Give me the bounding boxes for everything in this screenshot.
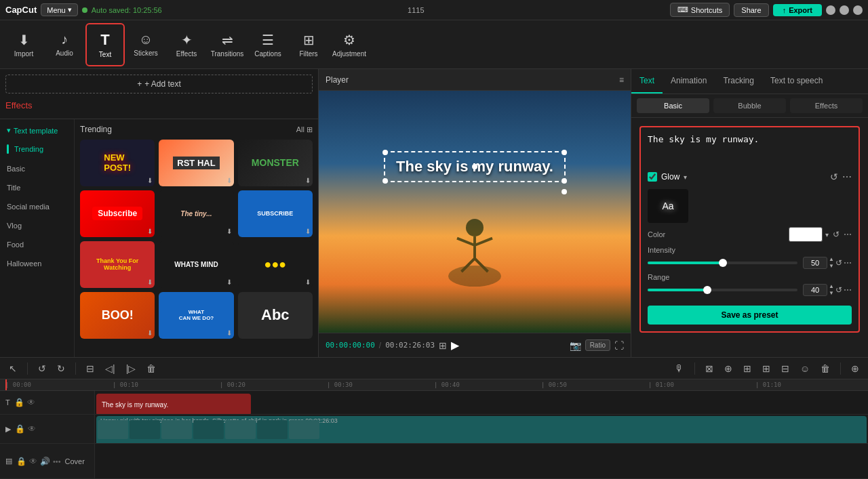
template-card-rst[interactable]: RST HAL ⬇ — [159, 140, 233, 186]
tl-zoom-btn[interactable]: ⊕ — [848, 362, 863, 375]
tl-snap-btn[interactable]: ⊠ — [702, 362, 717, 375]
menu-button[interactable]: Menu ▾ — [41, 3, 78, 16]
range-slider-track[interactable] — [648, 289, 797, 291]
tl-delete-button[interactable]: 🗑 — [143, 362, 159, 375]
tl-link-btn[interactable]: ⊞ — [740, 362, 755, 375]
range-reset[interactable]: ↺ — [835, 285, 842, 295]
tl-audio-btn[interactable]: 🎙 — [671, 362, 688, 375]
save-preset-button[interactable]: Save as preset — [648, 306, 852, 325]
template-card-monster[interactable]: MONSTER ⬇ — [238, 140, 313, 186]
text-track-eye[interactable]: 👁 — [27, 398, 35, 407]
range-value-input[interactable] — [803, 284, 827, 296]
tl-redo-button[interactable]: ↻ — [54, 362, 68, 375]
cover-sound[interactable]: 🔊 — [40, 457, 50, 466]
video-track-clip[interactable]: Happy girl with toy airplane in her hand… — [96, 416, 867, 443]
range-increment[interactable]: ▲ — [829, 283, 834, 290]
intensity-slider-thumb[interactable] — [719, 259, 727, 267]
tool-captions[interactable]: ☰ Captions — [248, 23, 288, 66]
tool-adjustment[interactable]: ⚙ Adjustment — [330, 23, 369, 66]
tab-text[interactable]: Text — [631, 69, 663, 93]
cover-more[interactable]: ••• — [53, 457, 61, 466]
sidebar-item-food[interactable]: Food — [0, 235, 74, 254]
template-card-thankyou[interactable]: Thank You ForWatching ⬇ — [80, 241, 155, 288]
cover-lock[interactable]: 🔒 — [16, 457, 26, 466]
tool-filters[interactable]: ⊞ Filters — [289, 23, 328, 66]
sidebar-item-vlog[interactable]: Vlog — [0, 216, 74, 235]
tl-trim-right[interactable]: |▷ — [123, 362, 140, 375]
tool-text[interactable]: T Text — [85, 23, 125, 66]
glow-checkbox[interactable] — [648, 172, 657, 182]
tl-align-btn[interactable]: ⊞ — [759, 362, 774, 375]
tool-effects[interactable]: ✦ Effects — [167, 23, 206, 66]
text-track-lock[interactable]: 🔒 — [14, 398, 24, 407]
template-card-subscribe2[interactable]: SUBSCRIBE ⬇ — [238, 190, 313, 237]
glow-reset-button[interactable]: ↺ — [830, 171, 838, 182]
frames-button[interactable]: ⊞ — [439, 340, 447, 351]
handle-center[interactable] — [472, 164, 477, 169]
snapshot-button[interactable]: 📷 — [570, 340, 581, 351]
handle-tr[interactable] — [561, 150, 567, 155]
play-button[interactable]: ▶ — [451, 339, 459, 352]
maximize-button[interactable] — [840, 5, 849, 15]
tl-trim-left[interactable]: ◁| — [102, 362, 119, 375]
all-button[interactable]: All ⊞ — [296, 125, 313, 134]
handle-rotate[interactable] — [561, 189, 567, 194]
export-button[interactable]: ↑ Export — [773, 4, 822, 16]
timeline-playhead[interactable] — [5, 379, 7, 390]
intensity-value-input[interactable] — [803, 257, 827, 269]
intensity-extra[interactable]: ⋯ — [844, 258, 852, 268]
subtab-bubble[interactable]: Bubble — [713, 98, 786, 113]
text-content-input[interactable]: The sky is my runway. — [648, 134, 852, 161]
player-menu-icon[interactable]: ≡ — [619, 75, 624, 85]
tl-trash-btn[interactable]: 🗑 — [817, 362, 833, 375]
text-track-clip[interactable]: The sky is my runway. — [96, 394, 251, 414]
range-slider-thumb[interactable] — [703, 286, 711, 294]
template-card-cursive[interactable]: The tiny... ⬇ — [159, 190, 233, 237]
sidebar-item-trending[interactable]: Trending — [0, 139, 74, 159]
color-swatch[interactable] — [789, 227, 823, 242]
subtab-basic[interactable]: Basic — [637, 98, 709, 113]
video-track-eye[interactable]: 👁 — [28, 424, 36, 434]
intensity-decrement[interactable]: ▼ — [829, 263, 834, 270]
ratio-button[interactable]: Ratio — [585, 339, 610, 351]
add-text-button[interactable]: + + Add text — [5, 75, 313, 93]
template-card-whatcando[interactable]: WHATCAN WE DO? ⬇ — [159, 292, 233, 339]
range-decrement[interactable]: ▼ — [829, 290, 834, 297]
tool-transitions[interactable]: ⇌ Transitions — [208, 23, 247, 66]
share-button[interactable]: Share — [734, 3, 768, 17]
tl-undo-button[interactable]: ↺ — [35, 362, 50, 375]
cover-eye[interactable]: 👁 — [29, 457, 37, 466]
tl-select-tool[interactable]: ↖ — [5, 362, 20, 375]
tab-tracking[interactable]: Tracking — [715, 69, 762, 93]
template-card-subscribe[interactable]: Subscribe ⬇ — [80, 190, 155, 237]
tl-caption-btn[interactable]: ⊟ — [778, 362, 793, 375]
subtab-effects[interactable]: Effects — [790, 98, 863, 113]
fullscreen-button[interactable]: ⛶ — [614, 340, 624, 351]
glow-more-button[interactable]: ⋯ — [842, 171, 852, 182]
text-overlay[interactable]: The sky is my runway. — [384, 151, 566, 182]
range-extra[interactable]: ⋯ — [844, 285, 852, 295]
shortcuts-button[interactable]: ⌨ Shortcuts — [670, 3, 730, 17]
sidebar-item-social[interactable]: Social media — [0, 197, 74, 216]
handle-bl[interactable] — [382, 178, 388, 184]
template-card-abc[interactable]: Abc — [238, 292, 313, 339]
tool-import[interactable]: ⬇ Import — [4, 23, 43, 66]
template-card-gold[interactable]: ●●● ⬇ — [238, 241, 313, 288]
minimize-button[interactable] — [826, 5, 835, 15]
tab-tts[interactable]: Text to speech — [762, 69, 831, 93]
template-card-new-post[interactable]: NEWPOST! ⬇ — [80, 140, 155, 186]
color-dropdown-icon[interactable]: ▾ — [825, 231, 829, 238]
tl-more-btn[interactable]: ⊕ — [721, 362, 736, 375]
color-reset-button[interactable]: ↺ — [833, 230, 840, 239]
tl-split-button[interactable]: ⊟ — [83, 362, 98, 375]
handle-tl[interactable] — [382, 150, 388, 155]
glow-expand-icon[interactable]: ▾ — [684, 173, 687, 181]
close-button[interactable] — [853, 5, 863, 15]
template-card-boo[interactable]: BOO! ⬇ — [80, 292, 155, 339]
tool-audio[interactable]: ♪ Audio — [45, 23, 84, 66]
tl-emoji-btn[interactable]: ☺ — [797, 362, 813, 375]
template-card-whatsmind[interactable]: WHATS MIND ⬇ — [159, 241, 233, 288]
tab-animation[interactable]: Animation — [663, 69, 715, 93]
intensity-reset[interactable]: ↺ — [835, 258, 842, 268]
sidebar-item-basic[interactable]: Basic — [0, 159, 74, 178]
